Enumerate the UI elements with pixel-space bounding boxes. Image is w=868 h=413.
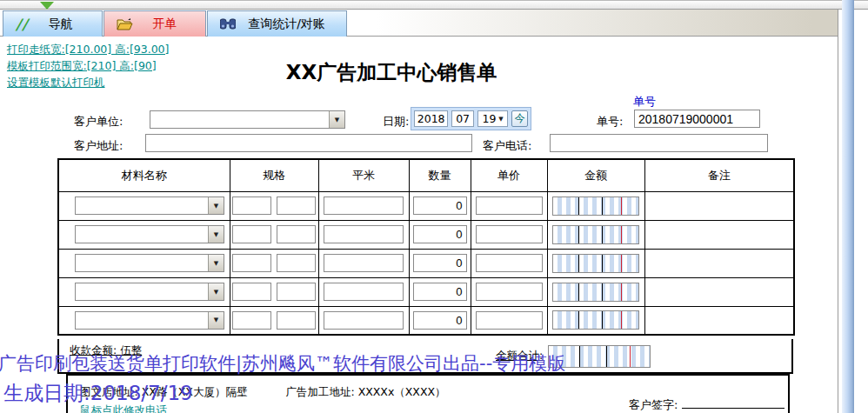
customer-unit-value bbox=[150, 111, 329, 128]
amount-grid bbox=[552, 197, 639, 216]
order-no-label: 单号: bbox=[597, 114, 623, 130]
sqm-input[interactable] bbox=[324, 254, 404, 272]
spec-height-input[interactable] bbox=[277, 283, 316, 301]
spec-width-input[interactable] bbox=[232, 225, 271, 243]
header-spec: 规格 bbox=[230, 159, 318, 191]
table-row: ▼ bbox=[58, 191, 794, 220]
material-combobox[interactable]: ▼ bbox=[75, 311, 224, 330]
date-year-field[interactable]: 2018 bbox=[414, 110, 448, 127]
sqm-input[interactable] bbox=[324, 311, 404, 330]
chevron-down-icon[interactable]: ▼ bbox=[208, 255, 224, 271]
header-qty: 数量 bbox=[409, 159, 471, 191]
spec-height-input[interactable] bbox=[277, 254, 316, 272]
header-material: 材料名称 bbox=[58, 159, 230, 191]
nav-slashes-icon: // bbox=[16, 16, 28, 33]
process-address-text: 广告加工地址: XXXXx（XXXX） bbox=[285, 385, 445, 398]
header-price: 单价 bbox=[471, 159, 547, 191]
chevron-down-icon[interactable]: ▼ bbox=[208, 283, 224, 300]
amount-grid bbox=[552, 310, 639, 330]
collapse-panel-arrow-icon[interactable] bbox=[40, 2, 54, 10]
sqm-input[interactable] bbox=[324, 283, 404, 301]
date-day-field[interactable]: 19 ▼ bbox=[477, 110, 508, 127]
tab-navigation-label: 导航 bbox=[28, 17, 102, 32]
order-no-input[interactable] bbox=[634, 110, 760, 128]
table-row: ▼ bbox=[58, 306, 794, 335]
spec-height-input[interactable] bbox=[277, 225, 316, 243]
price-input[interactable] bbox=[476, 225, 543, 243]
open-folder-icon bbox=[117, 18, 133, 30]
chevron-down-icon[interactable]: ▼ bbox=[208, 312, 224, 329]
tab-navigation[interactable]: // 导航 bbox=[3, 10, 103, 37]
date-picker[interactable]: 2018 07 19 ▼ 今 bbox=[411, 107, 531, 130]
paper-size-link[interactable]: 打印走纸宽:[210.00] 高:[93.00] bbox=[7, 41, 169, 57]
material-combobox[interactable]: ▼ bbox=[75, 283, 224, 301]
price-input[interactable] bbox=[476, 197, 543, 215]
customer-address-label: 客户地址: bbox=[74, 138, 123, 154]
qty-input[interactable] bbox=[413, 254, 467, 272]
sqm-input[interactable] bbox=[324, 197, 404, 215]
remark-cell[interactable] bbox=[644, 306, 794, 335]
binoculars-icon bbox=[220, 18, 236, 30]
customer-unit-combobox[interactable]: ▼ bbox=[150, 110, 345, 129]
order-no-caption: 单号 bbox=[633, 94, 656, 110]
remark-cell[interactable] bbox=[644, 249, 794, 277]
spec-width-input[interactable] bbox=[232, 283, 271, 301]
header-amount: 金额 bbox=[547, 159, 644, 191]
remark-cell[interactable] bbox=[644, 220, 794, 249]
signature-line bbox=[682, 396, 785, 409]
remark-cell[interactable] bbox=[644, 277, 794, 306]
customer-address-input[interactable] bbox=[145, 134, 472, 152]
app-window: // 导航 开单 查 bbox=[0, 0, 868, 413]
spec-height-input[interactable] bbox=[277, 197, 316, 215]
watermark-line1: 广告印刷包装送货单打印软件|苏州飚风™软件有限公司出品--专用模版 bbox=[0, 351, 565, 376]
spec-width-input[interactable] bbox=[232, 311, 271, 330]
content-right-border bbox=[838, 10, 838, 413]
date-month-field[interactable]: 07 bbox=[451, 110, 474, 127]
sqm-input[interactable] bbox=[324, 225, 404, 243]
tab-query-stats[interactable]: 查询统计/对账 bbox=[207, 10, 347, 37]
material-combobox[interactable]: ▼ bbox=[75, 197, 224, 215]
customer-phone-label: 客户电话: bbox=[483, 138, 531, 154]
chevron-down-icon[interactable]: ▼ bbox=[208, 197, 224, 214]
page-title: XX广告加工中心销售单 bbox=[0, 59, 783, 86]
watermark-line2: 生成日期:2018/7/19 bbox=[3, 380, 193, 407]
tab-query-stats-label: 查询统计/对账 bbox=[236, 17, 346, 32]
material-combobox[interactable]: ▼ bbox=[75, 225, 224, 243]
qty-input[interactable] bbox=[413, 283, 467, 301]
remark-cell[interactable] bbox=[644, 191, 794, 220]
price-input[interactable] bbox=[476, 311, 543, 330]
top-splitter-bar[interactable] bbox=[0, 0, 868, 10]
chevron-down-icon[interactable]: ▼ bbox=[208, 226, 224, 243]
tab-bar: // 导航 开单 查 bbox=[0, 10, 838, 37]
header-sqm: 平米 bbox=[318, 159, 409, 191]
amount-grid bbox=[552, 283, 639, 302]
price-input[interactable] bbox=[476, 254, 543, 272]
tab-billing-label: 开单 bbox=[133, 17, 205, 32]
table-row: ▼ bbox=[58, 249, 794, 277]
items-table: 材料名称 规格 平米 数量 单价 金额 备注 ▼ ▼ ▼ bbox=[57, 158, 795, 336]
date-dropdown-icon[interactable]: ▼ bbox=[498, 116, 503, 123]
table-row: ▼ bbox=[58, 277, 794, 306]
tab-billing[interactable]: 开单 bbox=[103, 10, 206, 37]
qty-input[interactable] bbox=[413, 225, 467, 243]
price-input[interactable] bbox=[476, 283, 543, 301]
window-frame-strip bbox=[842, 0, 854, 413]
table-row: ▼ bbox=[58, 220, 794, 249]
spec-height-input[interactable] bbox=[277, 311, 316, 330]
table-header-row: 材料名称 规格 平米 数量 单价 金额 备注 bbox=[58, 159, 794, 191]
customer-phone-input[interactable] bbox=[550, 134, 768, 152]
spec-width-input[interactable] bbox=[232, 197, 271, 215]
material-combobox[interactable]: ▼ bbox=[75, 254, 224, 272]
qty-input[interactable] bbox=[413, 197, 467, 215]
header-remark: 备注 bbox=[644, 159, 794, 191]
amount-grid bbox=[552, 225, 639, 244]
qty-input[interactable] bbox=[413, 311, 467, 330]
today-button[interactable]: 今 bbox=[511, 110, 528, 127]
chevron-down-icon[interactable]: ▼ bbox=[329, 111, 344, 128]
customer-unit-label: 客户单位: bbox=[74, 114, 123, 130]
signature-label: 客户签字: bbox=[629, 398, 678, 411]
amount-grid bbox=[552, 254, 639, 273]
spec-width-input[interactable] bbox=[232, 254, 271, 272]
date-day-value: 19 bbox=[482, 112, 496, 125]
date-label: 日期: bbox=[383, 114, 409, 130]
